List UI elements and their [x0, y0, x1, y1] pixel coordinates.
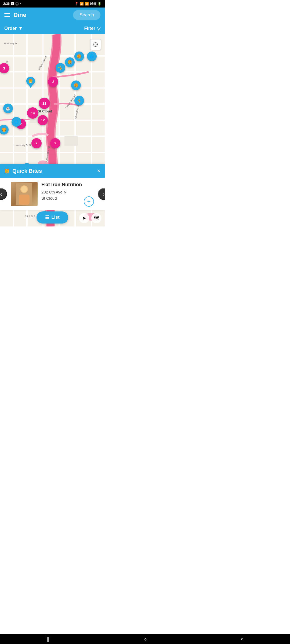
- prev-restaurant-button[interactable]: ‹: [0, 188, 7, 200]
- top-header: Dine Search: [0, 8, 105, 23]
- map-button[interactable]: 🗺: [91, 213, 102, 223]
- bottom-toolbar: ☰ List ➤ 🗺: [0, 210, 105, 226]
- photo-icon: 🖼: [11, 2, 14, 6]
- icon-pin-burger1[interactable]: 🍔: [65, 57, 75, 67]
- cluster-pin-2a[interactable]: 2: [48, 77, 58, 87]
- map-pin-selected[interactable]: 🍔: [26, 77, 35, 88]
- svg-point-23: [94, 43, 98, 47]
- panel-nav-wrapper: ‹ Flat Iron Nutrition: [0, 178, 105, 210]
- map-container[interactable]: Northway Dr 9th Ave N Wilson Ave NE St C…: [0, 34, 105, 226]
- restaurant-address2: St Cloud: [41, 196, 57, 200]
- svg-point-22: [95, 44, 96, 45]
- add-button[interactable]: +: [84, 196, 94, 207]
- chevron-down-icon: ▼: [18, 26, 23, 31]
- icon-pin-burger3[interactable]: 🍔: [71, 80, 81, 90]
- svg-rect-26: [19, 195, 30, 205]
- icon-pin-fitness1[interactable]: 🤸: [56, 63, 65, 73]
- panel-header: 🍔 Quick Bites ×: [0, 164, 105, 178]
- status-right: 📍 📶 📶 98% 🔋: [75, 2, 102, 6]
- wifi-icon: 📶: [80, 2, 84, 6]
- search-button[interactable]: Search: [73, 10, 100, 20]
- status-left: 2:36 🖼 🎧 •: [3, 2, 21, 6]
- list-button[interactable]: ☰ List: [37, 211, 68, 224]
- svg-rect-21: [64, 136, 78, 146]
- icon-pin-burger4[interactable]: 🍔: [0, 125, 9, 134]
- bluetooth-icon: 🎧: [15, 2, 19, 6]
- panel-header-left: 🍔 Quick Bites: [4, 168, 42, 174]
- menu-button[interactable]: [4, 13, 10, 17]
- chevron-left-icon: ‹: [0, 191, 2, 197]
- app-title: Dine: [13, 12, 26, 19]
- cluster-pin-12[interactable]: 12: [38, 115, 48, 125]
- location-button[interactable]: [90, 39, 101, 50]
- filter-label: Filter: [84, 26, 95, 31]
- location-icon: 📍: [75, 2, 79, 6]
- pin-icon: 🍔: [26, 77, 35, 85]
- icon-pin-global2[interactable]: 🌐: [12, 117, 21, 127]
- restaurant-img-placeholder: [11, 182, 38, 206]
- header-left: Dine: [4, 12, 26, 19]
- status-bar: 2:36 🖼 🎧 • 📍 📶 📶 98% 🔋: [0, 0, 105, 8]
- list-label: List: [51, 215, 59, 220]
- map-icon: 🗺: [94, 215, 99, 221]
- notification-dot: •: [20, 2, 21, 6]
- panel-header-icon: 🍔: [4, 169, 10, 174]
- filter-button[interactable]: Filter ▽: [84, 26, 100, 31]
- order-label: Order: [4, 26, 17, 31]
- svg-point-27: [21, 186, 27, 192]
- restaurant-image: [11, 182, 38, 206]
- cluster-pin-2c[interactable]: 2: [31, 138, 42, 148]
- next-restaurant-button[interactable]: ›: [98, 188, 105, 200]
- battery-icon: 🔋: [97, 2, 102, 6]
- battery-label: 98%: [90, 2, 96, 6]
- direction-icon: ➤: [82, 215, 86, 221]
- filter-icon: ▽: [97, 26, 100, 31]
- chevron-right-icon: ›: [103, 191, 105, 197]
- panel-content: Flat Iron Nutrition 202 8th Ave N St Clo…: [6, 178, 98, 210]
- status-time: 2:36: [3, 2, 10, 6]
- icon-pin-coffee[interactable]: ☕: [3, 104, 13, 113]
- order-button[interactable]: Order ▼: [4, 26, 23, 31]
- quick-bites-panel: 🍔 Quick Bites × ‹: [0, 164, 105, 210]
- panel-title: Quick Bites: [12, 168, 42, 174]
- cluster-pin-2d[interactable]: 2: [50, 138, 60, 148]
- signal-icon: 📶: [85, 2, 89, 6]
- restaurant-name: Flat Iron Nutrition: [41, 182, 94, 188]
- restaurant-address1: 202 8th Ave N: [41, 190, 67, 194]
- panel-close-button[interactable]: ×: [97, 167, 100, 174]
- icon-pin-fitness2[interactable]: 🤸: [74, 96, 84, 105]
- list-icon: ☰: [45, 215, 49, 220]
- icon-pin-global1[interactable]: 🌐: [87, 52, 97, 61]
- filter-bar: Order ▼ Filter ▽: [0, 23, 105, 34]
- direction-button[interactable]: ➤: [79, 213, 89, 223]
